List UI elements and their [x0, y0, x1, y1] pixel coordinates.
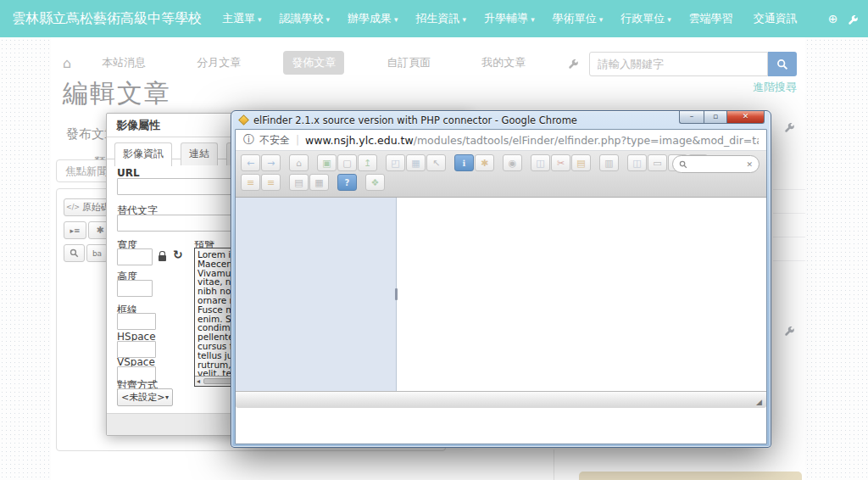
find-button[interactable] — [64, 244, 85, 262]
topbar-menu-item[interactable]: 學術單位▾ — [553, 11, 604, 26]
elfinder-view-icons-button[interactable]: ▦ — [309, 174, 329, 191]
dialog-tab[interactable]: 連結 — [181, 142, 218, 165]
tabbar-item[interactable]: 我的文章 — [473, 51, 534, 75]
plus-circle-icon[interactable]: ⊕ — [828, 12, 838, 25]
dialog-tab[interactable]: 影像資訊 — [114, 142, 172, 166]
chevron-down-icon: ▾ — [326, 15, 331, 24]
topbar-menu-item[interactable]: 招生資訊▾ — [416, 11, 467, 26]
topbar: 雲林縣立蔦松藝術高級中等學校 主選單▾ 認識學校▾ 辦學成果▾ 招生資訊▾ 升學… — [0, 0, 868, 37]
elfinder-paste-button[interactable]: ▤ — [571, 154, 591, 171]
tabbar-item[interactable]: 發佈文章 — [283, 51, 344, 75]
elfinder-netmount-button[interactable]: ⌂ — [289, 154, 309, 171]
list-row — [773, 214, 805, 237]
elfinder-cut-button[interactable]: ✂ — [551, 154, 570, 171]
search-icon — [679, 160, 687, 169]
block-edit-wrench-icon[interactable] — [784, 322, 795, 338]
reset-size-icon[interactable]: ↻ — [173, 248, 183, 261]
topbar-menu-item[interactable]: 行政單位▾ — [620, 11, 671, 26]
url-label: URL — [117, 167, 140, 179]
close-button[interactable]: ✕ — [727, 111, 765, 124]
elfinder-main — [236, 198, 766, 391]
search-button[interactable] — [768, 52, 797, 76]
elfinder-fullscreen-button[interactable]: ❖ — [365, 174, 385, 191]
home-icon[interactable]: ⌂ — [63, 55, 71, 71]
block-edit-wrench-icon[interactable] — [784, 119, 795, 135]
topbar-nav: 主選單▾ 認識學校▾ 辦學成果▾ 招生資訊▾ 升學輔導▾ 學術單位▾ 行政單位▾… — [222, 11, 818, 26]
width-input[interactable] — [117, 248, 153, 265]
keyword-search — [589, 52, 768, 76]
elfinder-help-button[interactable]: ? — [337, 174, 357, 191]
wrench-icon[interactable] — [848, 12, 859, 25]
elfinder-select-button[interactable]: ↖ — [426, 154, 446, 171]
tabbar-item[interactable]: 自訂頁面 — [378, 51, 439, 75]
tabbar-item[interactable]: 分月文章 — [188, 51, 249, 75]
hspace-input[interactable] — [117, 341, 156, 358]
lock-ratio-icon[interactable] — [159, 255, 166, 261]
topbar-menu-item[interactable]: 主選單▾ — [222, 11, 262, 26]
elfinder-info-button[interactable]: ℹ — [454, 154, 474, 171]
elfinder-archive-button[interactable]: ▥ — [599, 154, 619, 171]
clear-search-icon[interactable]: ✕ — [746, 160, 753, 169]
list-icon: ▸≡ — [70, 226, 80, 235]
scroll-left-icon[interactable]: ◂ — [197, 377, 200, 385]
chevron-down-icon: ▾ — [531, 15, 535, 24]
elfinder-preferences-button[interactable]: ✱ — [475, 154, 494, 171]
template-list-button[interactable]: ▸≡ — [64, 221, 86, 239]
pane-resize-handle[interactable] — [395, 288, 398, 300]
chevron-down-icon: ▾ — [667, 15, 671, 24]
elfinder-sort-button[interactable]: ≡ — [241, 174, 260, 191]
topbar-menu-item[interactable]: 交通資訊 — [754, 11, 800, 26]
elfinder-popup-window: elFinder 2.1.x source version with PHP c… — [231, 110, 771, 448]
replace-button[interactable]: ba — [86, 244, 108, 262]
topbar-menu-item[interactable]: 認識學校▾ — [280, 11, 331, 26]
elfinder-download-button[interactable]: ▦ — [406, 154, 426, 171]
elfinder-open-button[interactable]: ◰ — [386, 154, 405, 171]
window-title: elFinder 2.1.x source version with PHP c… — [253, 114, 679, 126]
elfinder-quicklook-button[interactable]: ◉ — [503, 154, 522, 171]
search-icon — [70, 248, 79, 258]
elfinder-new-file-button[interactable]: ▢ — [337, 154, 357, 171]
search-input[interactable] — [590, 53, 767, 75]
elfinder-new-folder-button[interactable]: ▣ — [317, 154, 337, 171]
site-title: 雲林縣立蔦松藝術高級中等學校 — [12, 10, 202, 28]
page-info-icon[interactable]: ⓘ — [243, 132, 254, 148]
alignment-select[interactable]: <未設定> ▾ — [117, 388, 173, 406]
advanced-search-link[interactable]: 進階搜尋 — [716, 80, 797, 95]
list-row — [773, 237, 805, 261]
elfinder-view-list-button[interactable]: ▤ — [289, 174, 309, 191]
browser-viewport: ⓘ 不安全 | www.nsjh.ylc.edu.tw/modules/tadt… — [235, 129, 767, 444]
topbar-menu-item[interactable]: 辦學成果▾ — [348, 11, 398, 26]
elfinder-nav-pane[interactable] — [236, 198, 397, 391]
source-icon: </> — [66, 204, 80, 211]
elfinder-duplicate-button[interactable]: ◫ — [627, 154, 647, 171]
tabbar-item[interactable]: 本站消息 — [93, 51, 154, 75]
elfinder-toolbar: ← → ⌂ ▣ ▢ ↥ ◰ ▦ ↖ ℹ — [236, 151, 766, 198]
chevron-down-icon: ▾ — [599, 15, 604, 24]
elfinder-upload-button[interactable]: ↥ — [358, 154, 377, 171]
list-row — [773, 261, 805, 285]
security-label: 不安全 — [259, 133, 290, 148]
border-input[interactable] — [117, 313, 156, 330]
height-input[interactable] — [117, 280, 153, 297]
minimize-button[interactable]: – — [679, 111, 704, 124]
elfinder-forward-button[interactable]: → — [261, 154, 281, 171]
chevron-down-icon: ▾ — [394, 15, 398, 24]
url-bar[interactable]: ⓘ 不安全 | www.nsjh.ylc.edu.tw/modules/tadt… — [236, 130, 766, 151]
window-titlebar[interactable]: elFinder 2.1.x source version with PHP c… — [235, 111, 767, 129]
topbar-menu-item[interactable]: 升學輔導▾ — [484, 11, 535, 26]
maximize-button[interactable]: ▫ — [704, 111, 727, 124]
elfinder-toolbar-row2: ≡ ≡ ▤ ▦ ? ❖ — [241, 174, 761, 191]
wrench-icon[interactable] — [568, 57, 579, 70]
topbar-menu-item[interactable]: 雲端學習 — [689, 11, 736, 26]
elfinder-files-pane[interactable] — [397, 198, 766, 391]
page-title: 編輯文章 — [63, 76, 171, 111]
elfinder-back-button[interactable]: ← — [241, 154, 260, 171]
elfinder-search-box[interactable]: ✕ — [672, 155, 760, 173]
topbar-right: ⊕ 歡迎： ▾ — [818, 3, 868, 34]
elfinder-rename-button[interactable]: ▭ — [648, 154, 667, 171]
gear-icon: ✱ — [96, 225, 103, 236]
elfinder-copy-button[interactable]: ◫ — [531, 154, 550, 171]
column-divider — [554, 449, 554, 480]
resize-handle-icon[interactable]: ◢ — [756, 398, 762, 406]
elfinder-sort-stack-button[interactable]: ≡ — [261, 174, 281, 191]
